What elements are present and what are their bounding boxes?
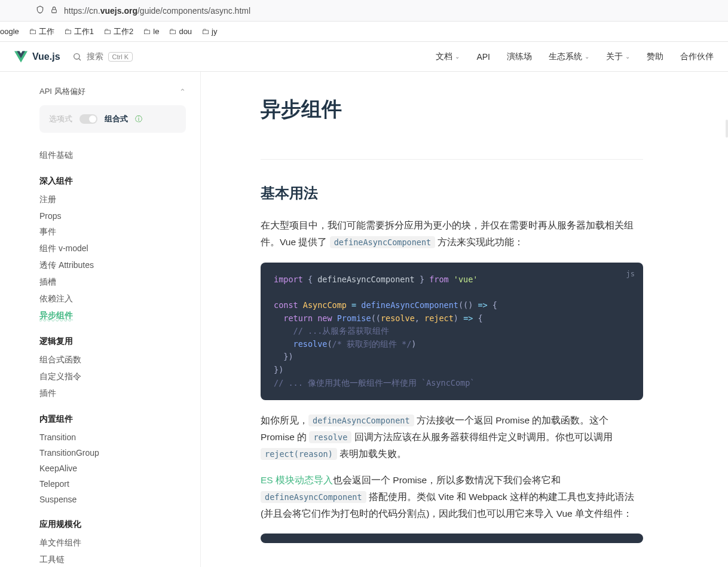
svg-rect-0 (52, 9, 57, 12)
browser-address-bar: https://cn.vuejs.org/guide/components/as… (0, 0, 728, 22)
sidebar-item[interactable]: 组合式函数 (39, 352, 186, 368)
bookmark-item[interactable]: 🗀工作 (29, 26, 54, 37)
sidebar-item[interactable]: 插件 (39, 385, 186, 402)
nav-playground[interactable]: 演练场 (507, 51, 532, 62)
shield-icon (36, 5, 44, 16)
lock-icon (50, 6, 58, 16)
toggle-option-composition: 组合式 (105, 114, 128, 124)
bookmark-item[interactable]: 🗀工作2 (103, 26, 133, 37)
chevron-down-icon: ⌄ (625, 53, 630, 60)
search-icon (72, 52, 82, 62)
folder-icon: 🗀 (201, 27, 209, 36)
sidebar-section-deep: 深入组件 (39, 176, 186, 187)
code-block-partial (261, 534, 643, 543)
folder-icon: 🗀 (143, 27, 151, 36)
sidebar-item[interactable]: 单文件组件 (39, 535, 186, 551)
sidebar: API 风格偏好 ⌃ 选项式 组合式 ⓘ 组件基础 深入组件 注册 Props … (0, 72, 201, 567)
sidebar-item-async-active[interactable]: 异步组件 (39, 307, 186, 324)
svg-point-1 (74, 53, 79, 59)
sidebar-item[interactable]: 透传 Attributes (39, 257, 186, 274)
folder-icon: 🗀 (64, 27, 72, 36)
chevron-up-icon: ⌃ (179, 87, 186, 96)
sidebar-item[interactable]: Transition (39, 429, 186, 445)
sidebar-item[interactable]: 组件 v-model (39, 240, 186, 257)
search-trigger[interactable]: 搜索 Ctrl K (72, 51, 133, 62)
nav-about[interactable]: 关于⌄ (606, 51, 630, 62)
sidebar-item[interactable]: 插槽 (39, 274, 186, 291)
search-kbd: Ctrl K (108, 52, 133, 62)
nav-ecosystem[interactable]: 生态系统⌄ (549, 51, 589, 62)
code-block: jsimport { defineAsyncComponent } from '… (261, 263, 643, 400)
sidebar-item[interactable]: 注册 (39, 191, 186, 208)
article-content: 异步组件 基本用法 在大型项目中，我们可能需要拆分应用为更小的块，并仅在需要时再… (201, 72, 691, 567)
sidebar-item[interactable]: TransitionGroup (39, 445, 186, 461)
sidebar-item[interactable]: 事件 (39, 224, 186, 240)
folder-icon: 🗀 (169, 27, 176, 36)
bookmark-item[interactable]: 🗀le (143, 27, 159, 36)
nav-sponsor[interactable]: 赞助 (647, 51, 663, 62)
chevron-down-icon: ⌄ (455, 53, 460, 60)
page-title: 异步组件 (261, 96, 643, 123)
paragraph: 如你所见，defineAsyncComponent 方法接收一个返回 Promi… (261, 412, 643, 462)
toggle-switch[interactable] (79, 114, 97, 124)
section-heading-basic: 基本用法 (261, 159, 643, 203)
sidebar-item[interactable]: KeepAlive (39, 461, 186, 476)
sidebar-section-builtin: 内置组件 (39, 414, 186, 425)
inline-code: resolve (309, 431, 351, 443)
nav-partners[interactable]: 合作伙伴 (680, 51, 714, 62)
svg-line-2 (79, 59, 81, 60)
scroll-indicator (726, 120, 728, 138)
paragraph: ES 模块动态导入也会返回一个 Promise，所以多数情况下我们会将它和 de… (261, 472, 643, 522)
code-lang-badge: js (626, 269, 635, 280)
sidebar-item[interactable]: Suspense (39, 492, 186, 507)
inline-code: defineAsyncComponent (308, 414, 414, 426)
folder-icon: 🗀 (103, 27, 111, 36)
sidebar-item[interactable]: 工具链 (39, 551, 186, 567)
link-es-dynamic-import[interactable]: ES 模块动态导入 (261, 475, 333, 485)
site-header: Vue.js 搜索 Ctrl K 文档⌄ API 演练场 生态系统⌄ 关于⌄ 赞… (0, 42, 728, 72)
inline-code: defineAsyncComponent (330, 236, 436, 248)
main-nav: 文档⌄ API 演练场 生态系统⌄ 关于⌄ 赞助 合作伙伴 (436, 51, 714, 62)
chevron-down-icon: ⌄ (585, 53, 589, 60)
bookmark-item[interactable]: 🗀dou (169, 27, 192, 36)
paragraph: 在大型项目中，我们可能需要拆分应用为更小的块，并仅在需要时再从服务器加载相关组件… (261, 217, 643, 251)
url-text[interactable]: https://cn.vuejs.org/guide/components/as… (64, 6, 250, 16)
api-preference-toggle-header[interactable]: API 风格偏好 ⌃ (39, 86, 186, 97)
vue-logo-icon (14, 50, 27, 63)
sidebar-item[interactable]: 依赖注入 (39, 291, 186, 307)
site-logo[interactable]: Vue.js (14, 50, 60, 63)
sidebar-item[interactable]: 自定义指令 (39, 368, 186, 385)
nav-api[interactable]: API (476, 51, 490, 62)
bookmark-item[interactable]: oogle (0, 27, 19, 36)
api-style-toggle[interactable]: 选项式 组合式 ⓘ (39, 105, 186, 133)
sidebar-item-component-basics[interactable]: 组件基础 (39, 147, 186, 164)
sidebar-item[interactable]: Props (39, 208, 186, 224)
nav-docs[interactable]: 文档⌄ (436, 51, 460, 62)
inline-code: reject(reason) (261, 448, 337, 460)
bookmark-item[interactable]: 🗀jy (201, 27, 217, 36)
sidebar-section-reuse: 逻辑复用 (39, 336, 186, 347)
sidebar-section-scale: 应用规模化 (39, 519, 186, 530)
bookmark-item[interactable]: 🗀工作1 (64, 26, 94, 37)
folder-icon: 🗀 (29, 27, 36, 36)
inline-code: defineAsyncComponent (261, 491, 366, 503)
sidebar-item[interactable]: Teleport (39, 476, 186, 492)
bookmarks-bar: oogle 🗀工作 🗀工作1 🗀工作2 🗀le 🗀dou 🗀jy (0, 22, 728, 42)
toggle-option-options: 选项式 (49, 114, 72, 124)
help-icon[interactable]: ⓘ (135, 114, 142, 124)
